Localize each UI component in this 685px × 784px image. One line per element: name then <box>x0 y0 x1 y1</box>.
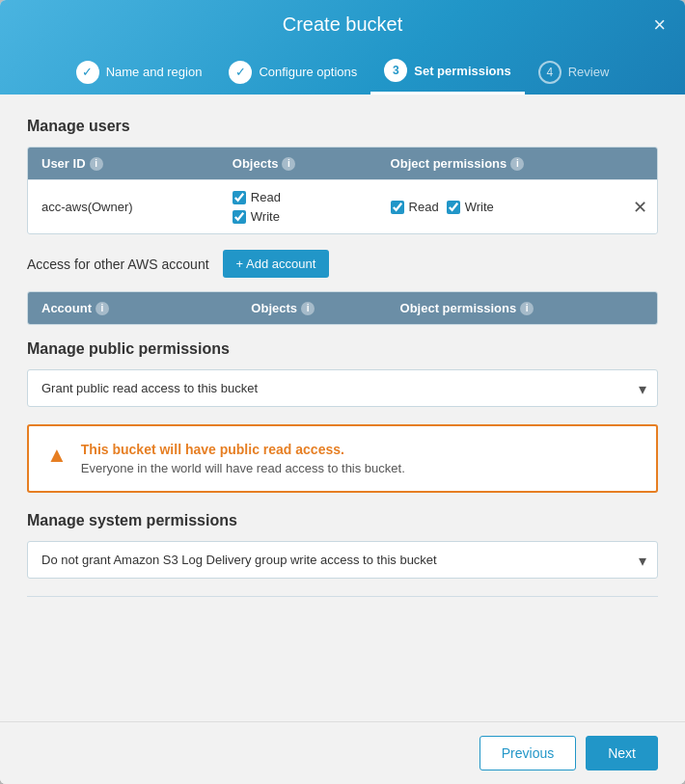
perm-write-label[interactable]: Write <box>447 200 494 214</box>
objects-read-checkbox[interactable] <box>233 191 246 204</box>
manage-system-select[interactable]: Do not grant Amazon S3 Log Delivery grou… <box>27 541 658 579</box>
objects-read-label[interactable]: Read <box>233 190 364 204</box>
step-3-label: Set permissions <box>414 64 510 78</box>
step-name-region[interactable]: ✓ Name and region <box>63 51 216 94</box>
steps-row: ✓ Name and region ✓ Configure options 3 … <box>19 49 666 95</box>
other-aws-label: Access for other AWS account <box>27 257 209 272</box>
aws-th-account: Account i <box>28 292 237 324</box>
objects-info-icon[interactable]: i <box>282 157 295 171</box>
modal-title: Create bucket <box>283 14 403 36</box>
manage-system-title: Manage system permissions <box>27 512 658 529</box>
objects-write-label[interactable]: Write <box>233 209 364 224</box>
warning-content: This bucket will have public read access… <box>81 442 405 475</box>
step-2-label: Configure options <box>259 65 357 79</box>
step-2-check: ✓ <box>235 65 246 79</box>
account-info-icon[interactable]: i <box>96 302 109 315</box>
step-3-circle: 3 <box>384 59 407 82</box>
manage-public-dropdown-section: Do not grant any public permissions Gran… <box>27 369 658 407</box>
add-account-button[interactable]: + Add account <box>223 250 330 278</box>
title-row: Create bucket × <box>19 14 666 36</box>
warning-title: This bucket will have public read access… <box>81 442 405 457</box>
user-objects-cell: Read Write <box>219 190 377 224</box>
users-th-objperm: Object permissions i <box>377 148 622 179</box>
perm-checkboxes: Read Write <box>391 200 494 214</box>
other-aws-table: Account i Objects i Object permissions i <box>27 291 658 325</box>
user-row-0: acc-aws(Owner) Read Write <box>28 179 657 233</box>
remove-user-button[interactable]: ✕ <box>629 199 651 216</box>
step-1-label: Name and region <box>106 65 203 79</box>
modal-header: Create bucket × ✓ Name and region ✓ Conf… <box>0 0 685 95</box>
other-aws-table-header: Account i Objects i Object permissions i <box>28 292 657 324</box>
userid-info-icon[interactable]: i <box>90 157 103 171</box>
step-3-number: 3 <box>393 64 399 77</box>
user-perm-cell: Read Write <box>377 200 622 214</box>
objects-write-checkbox[interactable] <box>233 210 246 224</box>
user-action-cell: ✕ <box>622 199 657 216</box>
aws-objects-info-icon[interactable]: i <box>301 302 315 315</box>
step-1-circle: ✓ <box>76 61 99 84</box>
step-4-number: 4 <box>546 66 553 79</box>
aws-th-objperm: Object permissions i <box>387 292 657 324</box>
create-bucket-modal: Create bucket × ✓ Name and region ✓ Conf… <box>0 0 685 784</box>
next-button[interactable]: Next <box>586 736 658 770</box>
step-set-permissions[interactable]: 3 Set permissions <box>370 49 524 95</box>
previous-button[interactable]: Previous <box>480 736 576 770</box>
step-2-circle: ✓ <box>229 61 252 84</box>
users-th-objects: Objects i <box>219 148 377 179</box>
manage-public-select[interactable]: Do not grant any public permissions Gran… <box>27 369 658 407</box>
perm-write-checkbox[interactable] <box>447 201 460 214</box>
user-id-cell: acc-aws(Owner) <box>28 200 219 214</box>
manage-users-table: User ID i Objects i Object permissions i… <box>27 147 658 234</box>
objperm-info-icon[interactable]: i <box>510 157 524 171</box>
objects-checkboxes: Read Write <box>233 190 364 224</box>
manage-public-dropdown-wrapper: Do not grant any public permissions Gran… <box>27 369 658 407</box>
users-table-header: User ID i Objects i Object permissions i <box>28 148 657 179</box>
aws-objperm-info-icon[interactable]: i <box>520 302 534 315</box>
manage-users-title: Manage users <box>27 118 658 135</box>
perm-read-label[interactable]: Read <box>391 200 439 214</box>
modal-body: Manage users User ID i Objects i Object … <box>0 95 685 784</box>
warning-icon: ▲ <box>46 443 68 468</box>
manage-system-dropdown-wrapper: Do not grant Amazon S3 Log Delivery grou… <box>27 541 658 579</box>
step-1-check: ✓ <box>82 65 93 79</box>
warning-desc: Everyone in the world will have read acc… <box>81 461 405 475</box>
manage-system-dropdown-section: Do not grant Amazon S3 Log Delivery grou… <box>27 541 658 579</box>
aws-th-objects: Objects i <box>237 292 386 324</box>
step-4-label: Review <box>568 65 610 79</box>
manage-public-title: Manage public permissions <box>27 340 658 358</box>
step-review[interactable]: 4 Review <box>525 51 623 94</box>
step-configure[interactable]: ✓ Configure options <box>215 51 370 94</box>
step-4-circle: 4 <box>538 61 562 84</box>
warning-box: ▲ This bucket will have public read acce… <box>27 424 658 493</box>
other-aws-row: Access for other AWS account + Add accou… <box>27 250 658 278</box>
perm-read-checkbox[interactable] <box>391 201 404 214</box>
footer-divider <box>27 596 658 597</box>
users-th-userid: User ID i <box>28 148 219 179</box>
modal-footer: Previous Next <box>0 721 685 784</box>
close-button[interactable]: × <box>653 14 666 36</box>
